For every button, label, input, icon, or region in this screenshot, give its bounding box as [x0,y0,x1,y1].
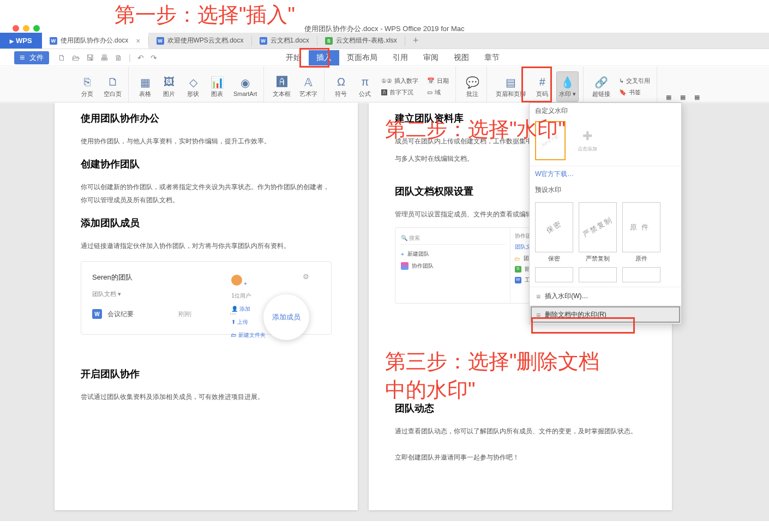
avatar-icon [231,275,242,286]
wordart-button[interactable]: 𝔸艺术字 [297,71,320,102]
close-tab-icon[interactable]: × [136,37,140,45]
extra-button-1[interactable]: ▦ [664,93,674,102]
watermark-button[interactable]: 💧水印 ▾ [556,71,579,102]
heading: 添加团队成员 [81,216,332,229]
page-break-button[interactable]: ⎘分页 [77,71,97,102]
page-1: 使用团队协作办公 使用协作团队，与他人共享资料，实时协作编辑，提升工作效率。 创… [55,103,358,510]
gear-icon[interactable]: ⚙ [303,273,309,282]
upload-link[interactable]: ⬆ 上传 [231,318,266,326]
menu-row: 文件 🗋 🗁 🖫 🖶 🗎 | ↶ ↷ 开始 插入 页面布局 引用 审阅 视图 章… [0,50,769,66]
bookmark-icon: 🔖 [619,89,627,96]
ribbon-review[interactable]: 审阅 [416,50,446,65]
shape-button[interactable]: ◇形状 [183,71,203,102]
new-team-item[interactable]: +新建团队 [400,248,506,260]
bookmark-button[interactable]: 🔖书签 [617,87,652,98]
dropcap-icon: 🅰 [381,89,387,96]
blank-page-button[interactable]: 🗋空白页 [101,71,124,102]
word-icon: W [92,309,102,319]
add-member-bubble[interactable]: 添加成员 [263,294,309,340]
insert-number-button[interactable]: ①②插入数字 [379,76,420,86]
preset-label: 严禁复制 [586,255,610,263]
blank-page-icon: 🗋 [107,76,118,89]
ribbon-view[interactable]: 视图 [446,50,477,65]
word-icon: W [260,37,267,45]
preset-thumb-extra[interactable] [622,267,660,282]
symbol-icon: Ω [337,76,345,89]
preset-thumb-original[interactable]: 原件 [622,202,660,252]
ribbon-reference[interactable]: 引用 [385,50,416,65]
add-link[interactable]: 👤 添加 [231,305,266,313]
add-watermark-button[interactable]: ✚点击添加 [572,121,603,160]
paragraph: 使用协作团队，与他人共享资料，实时协作编辑，提升工作效率。 [81,135,332,148]
new-folder-link[interactable]: 🗁 新建文件夹 [231,331,266,339]
insert-watermark-action[interactable]: ≡ 插入水印(W)… [530,287,681,305]
wordart-icon: 𝔸 [304,76,313,89]
comment-button[interactable]: 💬批注 [462,71,482,102]
extra-button-2[interactable]: ▦ [678,93,688,102]
symbol-button[interactable]: Ω符号 [331,71,351,102]
chart-button[interactable]: 📊图表 [207,71,227,102]
date-button[interactable]: 📅日期 [425,76,451,86]
save-icon[interactable]: 🖫 [86,53,94,62]
table-button[interactable]: ▦表格 [135,71,155,102]
preview-icon[interactable]: 🗎 [115,53,122,62]
smartart-button[interactable]: ◉SmartArt [231,71,259,102]
heading: 开启团队协作 [81,367,332,380]
picture-button[interactable]: 🖼图片 [159,71,179,102]
table-icon: ▦ [140,76,151,89]
remove-watermark-action[interactable]: ≡ 删除文档中的水印(R) [530,305,681,324]
perm-search[interactable]: 🔍 搜索 [400,232,506,245]
doc-tab-0[interactable]: W 使用团队协作办公.docx × [42,33,148,49]
team-item[interactable]: 协作团队 [400,260,506,272]
paragraph: 通过链接邀请指定伙伴加入协作团队，对方将与你共享团队内所有资料。 [81,239,332,252]
doc-tab-2[interactable]: W 云文档1.docx [252,33,317,49]
doc-tab-1[interactable]: W 欢迎使用WPS云文档.docx [149,33,251,49]
paragraph: 你可以创建新的协作团队，或者将指定文件夹设为共享状态。作为协作团队的创建者，你可… [81,180,332,207]
picture-icon: 🖼 [164,76,175,89]
chart-icon: 📊 [211,76,224,89]
quick-access: 🗋 🗁 🖫 🖶 🗎 | ↶ ↷ [58,53,157,62]
date-icon: 📅 [427,77,435,84]
preset-watermark-label: 预设水印 [530,182,681,198]
doc-tab-3[interactable]: S 云文档组件-表格.xlsx [317,33,405,49]
preset-label: 保密 [548,255,560,263]
team-side-links: + 1位用户 👤 添加 ⬆ 上传 🗁 新建文件夹 [231,275,266,339]
redo-icon[interactable]: ↷ [151,53,157,62]
print-icon[interactable]: 🖶 [100,53,108,62]
equation-button[interactable]: π公式 [355,71,375,102]
cross-ref-button[interactable]: ↳交叉引用 [617,76,652,86]
smartart-icon: ◉ [241,76,250,89]
preset-thumb-extra[interactable] [535,267,573,282]
watermark-icon: 💧 [561,76,574,89]
page-number-button[interactable]: #页码 [532,71,552,102]
custom-watermark-thumb[interactable]: WPS下载 [535,121,566,160]
preset-thumb-confidential[interactable]: 保密 [535,202,573,252]
add-tab-button[interactable]: + [405,35,426,46]
extra-button-3[interactable]: ▦ [692,93,702,102]
wps-home-tab[interactable]: ▸WPS [0,33,42,49]
hyperlink-button[interactable]: 🔗超链接 [590,71,612,102]
cross-ref-icon: ↳ [619,77,624,84]
dropcap-button[interactable]: 🅰首字下沉 [379,87,420,98]
header-footer-icon: ▤ [506,76,516,89]
preset-label: 原件 [635,255,647,263]
header-footer-button[interactable]: ▤页眉和页脚 [494,71,528,102]
ribbon-insert[interactable]: 插入 [309,50,339,65]
ribbon-start[interactable]: 开始 [278,50,309,65]
undo-icon[interactable]: ↶ [137,53,144,62]
insert-icon: ≡ [536,292,540,301]
ribbon-chapter[interactable]: 章节 [477,50,507,65]
preset-thumb-nocopy[interactable]: 严禁复制 [579,202,617,252]
preset-thumb-extra[interactable] [579,267,617,282]
heading: 创建协作团队 [81,158,332,171]
hamburger-icon [20,53,27,63]
file-menu[interactable]: 文件 [14,51,49,64]
new-icon[interactable]: 🗋 [58,53,65,62]
open-icon[interactable]: 🗁 [72,53,80,62]
ribbon-layout[interactable]: 页面布局 [339,50,385,65]
download-link[interactable]: W官方下载… [530,166,681,182]
field-button[interactable]: ▭域 [425,87,451,98]
ribbon-tabs: 开始 插入 页面布局 引用 审阅 视图 章节 [278,50,507,65]
textbox-button[interactable]: 🅰文本框 [271,71,293,102]
page-number-icon: # [539,76,545,89]
